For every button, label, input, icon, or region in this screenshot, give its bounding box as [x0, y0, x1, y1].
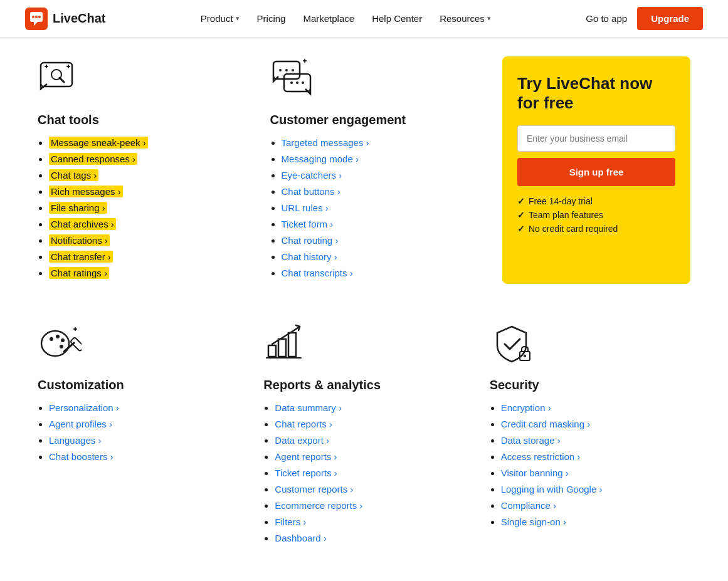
- list-item: Chat transcripts ›: [282, 268, 478, 279]
- list-item: Chat ratings ›: [49, 268, 245, 279]
- security-link[interactable]: Access restriction ›: [501, 451, 581, 462]
- try-livechat-box: Try LiveChat now for free Sign up free ✓…: [502, 56, 690, 284]
- logo[interactable]: LiveChat: [25, 8, 105, 30]
- nav-links: Product ▾ Pricing Marketplace Help Cente…: [201, 13, 491, 24]
- list-item: Personalization ›: [49, 402, 238, 414]
- list-item: Ticket form ›: [282, 219, 478, 230]
- customization-link[interactable]: Agent profiles ›: [49, 419, 112, 429]
- reports-analytics-section: Reports & analytics Data summary › Chat …: [263, 322, 464, 549]
- chat-tools-link[interactable]: File sharing ›: [49, 202, 107, 214]
- nav-pricing[interactable]: Pricing: [257, 13, 286, 24]
- list-item: File sharing ›: [49, 202, 245, 214]
- chevron-icon: ▾: [487, 14, 491, 23]
- reports-link[interactable]: Chat reports ›: [275, 419, 332, 429]
- list-item: Encryption ›: [501, 402, 690, 414]
- list-item: Customer reports ›: [275, 484, 464, 495]
- reports-link[interactable]: Filters ›: [275, 516, 306, 527]
- list-item: Data summary ›: [275, 402, 464, 414]
- upgrade-button[interactable]: Upgrade: [637, 7, 703, 30]
- list-item: Chat transfer ›: [49, 251, 245, 263]
- security-link[interactable]: Logging in with Google ›: [501, 484, 603, 495]
- reports-link[interactable]: Agent reports ›: [275, 451, 337, 462]
- list-item: Dashboard ›: [275, 533, 464, 544]
- list-item: Single sign-on ›: [501, 516, 690, 528]
- engagement-link[interactable]: URL rules ›: [282, 202, 329, 213]
- top-section: Chat tools Message sneak-peek › Canned r…: [38, 56, 690, 284]
- svg-rect-30: [268, 345, 276, 357]
- list-item: Logging in with Google ›: [501, 484, 690, 495]
- list-item: Data export ›: [275, 435, 464, 446]
- nav-help-center[interactable]: Help Center: [372, 13, 422, 24]
- list-item: Languages ›: [49, 435, 238, 446]
- svg-point-13: [279, 69, 282, 71]
- security-section: Security Encryption › Credit card maskin…: [490, 322, 690, 549]
- security-link[interactable]: Encryption ›: [501, 402, 551, 413]
- chat-tools-link[interactable]: Chat tags ›: [49, 169, 98, 181]
- engagement-link[interactable]: Chat transcripts ›: [282, 268, 353, 278]
- reports-link[interactable]: Dashboard ›: [275, 533, 327, 543]
- security-link[interactable]: Visitor banning ›: [501, 468, 569, 478]
- check-icon: ✓: [517, 210, 525, 220]
- svg-point-14: [285, 69, 288, 71]
- list-item: Message sneak-peek ›: [49, 137, 245, 149]
- list-item: Canned responses ›: [49, 154, 245, 165]
- goto-app-link[interactable]: Go to app: [586, 13, 627, 24]
- customization-title: Customization: [38, 378, 238, 392]
- nav-actions: Go to app Upgrade: [586, 7, 703, 30]
- customer-engagement-icon: [270, 56, 478, 103]
- engagement-link[interactable]: Ticket form ›: [282, 219, 334, 229]
- logo-text: LiveChat: [53, 11, 105, 26]
- chat-tools-link[interactable]: Chat ratings ›: [49, 267, 109, 279]
- list-item: Notifications ›: [49, 235, 245, 246]
- chat-tools-link[interactable]: Canned responses ›: [49, 153, 137, 165]
- svg-point-35: [524, 355, 526, 357]
- chat-tools-link[interactable]: Notifications ›: [49, 234, 110, 246]
- engagement-link[interactable]: Chat history ›: [282, 251, 337, 262]
- customization-link[interactable]: Languages ›: [49, 435, 101, 446]
- engagement-link[interactable]: Messaging mode ›: [282, 154, 359, 164]
- list-item: Agent reports ›: [275, 451, 464, 463]
- customer-engagement-title: Customer engagement: [270, 113, 478, 127]
- engagement-link[interactable]: Eye-catchers ›: [282, 170, 342, 181]
- security-link[interactable]: Credit card masking ›: [501, 419, 591, 429]
- security-link[interactable]: Data storage ›: [501, 435, 561, 446]
- security-link[interactable]: Compliance ›: [501, 500, 556, 511]
- customization-icon: [38, 322, 238, 368]
- reports-link[interactable]: Data export ›: [275, 435, 329, 446]
- engagement-link[interactable]: Chat buttons ›: [282, 186, 340, 197]
- reports-link[interactable]: Ticket reports ›: [275, 468, 337, 478]
- security-title: Security: [490, 378, 690, 392]
- security-link[interactable]: Single sign-on ›: [501, 516, 566, 527]
- chat-tools-link[interactable]: Chat archives ›: [49, 218, 116, 230]
- reports-link[interactable]: Customer reports ›: [275, 484, 353, 495]
- signup-button[interactable]: Sign up free: [517, 158, 675, 186]
- svg-point-21: [41, 331, 69, 356]
- chat-tools-title: Chat tools: [38, 113, 245, 127]
- chat-tools-link[interactable]: Chat transfer ›: [49, 251, 113, 263]
- list-item: Chat reports ›: [275, 419, 464, 430]
- reports-link[interactable]: Ecommerce reports ›: [275, 500, 362, 511]
- chat-tools-section: Chat tools Message sneak-peek › Canned r…: [38, 56, 245, 284]
- list-item: Chat history ›: [282, 251, 478, 263]
- chat-tools-link[interactable]: Rich messages ›: [49, 186, 123, 197]
- nav-marketplace[interactable]: Marketplace: [303, 13, 354, 24]
- list-item: Chat tags ›: [49, 170, 245, 181]
- chat-tools-link[interactable]: Message sneak-peek ›: [49, 137, 148, 149]
- email-input[interactable]: [517, 125, 675, 152]
- chevron-icon: ▾: [236, 14, 240, 23]
- reports-list: Data summary › Chat reports › Data expor…: [263, 402, 464, 544]
- nav-resources[interactable]: Resources ▾: [440, 13, 491, 24]
- svg-point-17: [296, 81, 298, 84]
- list-item: Chat boosters ›: [49, 451, 238, 463]
- security-icon: [490, 322, 690, 368]
- svg-point-22: [50, 337, 53, 341]
- engagement-link[interactable]: Targeted messages ›: [282, 137, 369, 148]
- nav-product[interactable]: Product ▾: [201, 13, 240, 24]
- customization-list: Personalization › Agent profiles › Langu…: [38, 402, 238, 463]
- navbar: LiveChat Product ▾ Pricing Marketplace H…: [0, 0, 728, 38]
- reports-link[interactable]: Data summary ›: [275, 402, 342, 413]
- customization-link[interactable]: Personalization ›: [49, 402, 119, 413]
- engagement-link[interactable]: Chat routing ›: [282, 235, 339, 246]
- customization-link[interactable]: Chat boosters ›: [49, 451, 113, 462]
- reports-icon: [263, 322, 464, 368]
